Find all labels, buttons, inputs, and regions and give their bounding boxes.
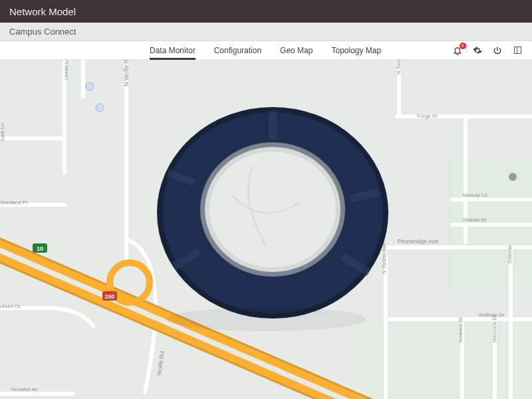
- gear-icon[interactable]: [472, 45, 483, 56]
- highway-shield: 10: [33, 243, 47, 253]
- street-label: uburn Dr: [0, 303, 21, 309]
- street-label: Pruneridge Ave: [398, 238, 438, 245]
- street-label: N Wolfe Rd: [123, 60, 130, 86]
- bell-icon[interactable]: 6: [452, 45, 463, 56]
- navbar: Data Monitor Configuration Geo Map Topol…: [0, 41, 532, 60]
- map-status-dot: [509, 173, 517, 181]
- svg-point-14: [86, 82, 94, 90]
- street-label: Melody Ln: [463, 192, 487, 198]
- svg-text:10: 10: [37, 245, 43, 252]
- street-label: N Tantau Ave: [381, 242, 387, 274]
- app-title: Network Model: [9, 6, 76, 17]
- svg-text:280: 280: [104, 293, 114, 300]
- tab-geo-map[interactable]: Geo Map: [280, 41, 313, 59]
- panel-toggle-icon[interactable]: [512, 45, 523, 56]
- nav-tabs: Data Monitor Configuration Geo Map Topol…: [150, 41, 381, 59]
- titlebar: Network Model: [0, 0, 532, 23]
- breadcrumb: Campus Connect: [0, 23, 532, 41]
- street-label: Hancock Dr: [491, 315, 497, 342]
- tab-topology-map[interactable]: Topology Map: [331, 41, 381, 59]
- breadcrumb-item: Campus Connect: [9, 27, 76, 37]
- tab-configuration[interactable]: Configuration: [214, 41, 261, 59]
- notification-badge: 6: [460, 43, 466, 49]
- svg-point-13: [166, 307, 366, 331]
- svg-line-9: [351, 193, 379, 198]
- street-label: Shasta Dr: [463, 217, 487, 223]
- highway-shield: 280: [102, 291, 117, 301]
- geo-map-viewport[interactable]: N Wolfe RdLinnet LnLark LnShetland Plubu…: [0, 60, 532, 399]
- street-label: Linnet Ln: [63, 60, 69, 80]
- street-label: Giannin: [507, 245, 513, 263]
- power-icon[interactable]: [492, 45, 503, 56]
- street-label: Norwich Av: [11, 386, 38, 392]
- map-canvas: N Wolfe RdLinnet LnLark LnShetland Plubu…: [0, 60, 532, 399]
- street-label: Lark Ln: [0, 123, 5, 141]
- svg-point-15: [96, 104, 104, 112]
- street-label: Shetland Pl: [0, 200, 27, 205]
- street-label: Forge Dr: [417, 113, 438, 119]
- street-label: Howard Dr: [458, 317, 464, 342]
- tab-data-monitor[interactable]: Data Monitor: [150, 41, 196, 59]
- street-label: N Tantau Ave: [396, 60, 402, 74]
- nav-icons: 6: [452, 45, 527, 56]
